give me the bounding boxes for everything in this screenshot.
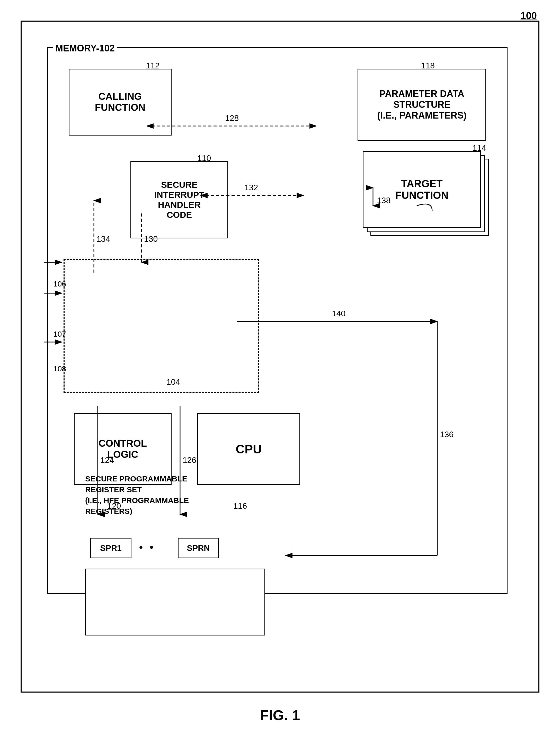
ref-108: 108 — [53, 364, 66, 373]
ref-107: 107 — [53, 330, 66, 338]
memory-box: MEMORY-102 112 CALLINGFUNCTION PARAMETER… — [47, 47, 508, 594]
cpu-label: CPU — [236, 442, 262, 456]
target-fn-label: TARGETFUNCTION — [396, 178, 449, 201]
ref-114: 114 — [473, 143, 486, 153]
target-fn-page1: TARGETFUNCTION — [363, 151, 481, 228]
ref-116: 116 — [233, 501, 247, 511]
ref-104: 104 — [166, 377, 180, 387]
calling-function-box: CALLINGFUNCTION — [69, 69, 172, 136]
cpu-box: CPU — [197, 413, 300, 485]
ref-118: 118 — [421, 61, 435, 71]
memory-label: MEMORY-102 — [53, 43, 117, 54]
target-fn-stack: TARGETFUNCTION — [363, 151, 491, 238]
ref-100: 100 — [521, 10, 537, 21]
ref-106: 106 — [53, 280, 66, 288]
spr-dots: • • — [139, 542, 155, 553]
sprn-label: SPRN — [187, 544, 210, 553]
sve-engine-box: SVE ENGINE(I.E., HFE) 122 — [85, 569, 265, 635]
sihc-box: SECUREINTERRUPTHANDLERCODE — [130, 161, 228, 238]
control-logic-label: CONTROLLOGIC — [99, 438, 147, 460]
diagram-page: 100 MEMORY-102 112 CALLINGFUNCTION PARAM… — [0, 0, 560, 744]
outer-border: MEMORY-102 112 CALLINGFUNCTION PARAMETER… — [21, 21, 539, 693]
ref-120: 120 — [107, 501, 121, 511]
spr1-box: SPR1 — [90, 538, 132, 558]
sprn-box: SPRN — [178, 538, 219, 558]
calling-function-label: CALLINGFUNCTION — [95, 91, 145, 113]
sihc-label: SECUREINTERRUPTHANDLERCODE — [154, 180, 204, 220]
ref-110: 110 — [197, 153, 211, 163]
sve-dashed-box: SECURE PROGRAMMABLEREGISTER SET(I.E., HF… — [64, 259, 259, 393]
fig-caption: FIG. 1 — [260, 707, 300, 723]
control-logic-box: CONTROLLOGIC — [74, 413, 172, 485]
param-ds-label: PARAMETER DATASTRUCTURE(I.E., PARAMETERS… — [377, 88, 466, 121]
param-ds-box: PARAMETER DATASTRUCTURE(I.E., PARAMETERS… — [358, 69, 486, 141]
spr1-label: SPR1 — [100, 544, 122, 553]
